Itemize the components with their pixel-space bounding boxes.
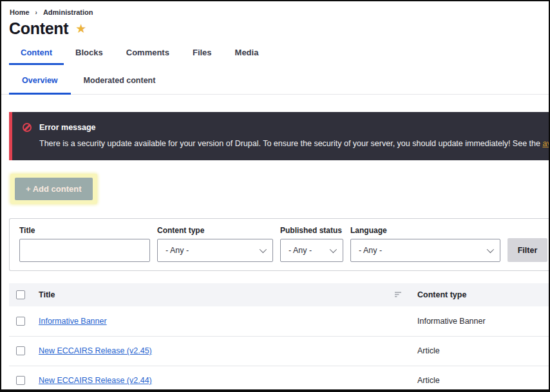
no-entry-icon (23, 123, 32, 132)
chevron-down-icon (260, 246, 267, 253)
language-select[interactable]: - Any - (350, 239, 500, 262)
published-status-filter-label: Published status (280, 226, 343, 235)
error-banner-title: Error message (39, 123, 96, 132)
content-table: Title Content type Informativ (9, 283, 549, 392)
content-type-column-header[interactable]: Content type (417, 290, 466, 299)
filter-submit-button[interactable]: Filter (507, 238, 547, 262)
content-title-link[interactable]: Informative Banner (39, 317, 107, 326)
published-status-select-value: - Any - (289, 246, 312, 255)
content-type-filter-label: Content type (157, 226, 273, 235)
published-status-select[interactable]: - Any - (280, 239, 343, 262)
row-checkbox[interactable] (16, 376, 25, 385)
chevron-down-icon (487, 246, 494, 253)
table-row: New ECCAIRS Release (v2.45) Article (9, 336, 549, 366)
content-type-select[interactable]: - Any - (157, 239, 273, 262)
filter-field-published-status: Published status - Any - (280, 226, 343, 262)
page-title-row: Content ★ (9, 19, 549, 38)
table-row: Informative Banner Informative Banner (9, 306, 549, 336)
tab-comments[interactable]: Comments (115, 48, 181, 65)
select-all-checkbox[interactable] (16, 290, 25, 299)
tab-files[interactable]: Files (181, 48, 223, 65)
subtab-moderated-content[interactable]: Moderated content (71, 76, 169, 94)
content-type-select-value: - Any - (166, 246, 189, 255)
available-updates-link[interactable]: available updates (542, 139, 549, 148)
title-filter-input[interactable] (19, 239, 150, 262)
error-banner-text: There is a security update available for… (39, 139, 542, 148)
row-checkbox[interactable] (16, 346, 25, 355)
error-banner-header: Error message (12, 123, 549, 132)
tab-media[interactable]: Media (223, 48, 270, 65)
table-row: New ECCAIRS Release (v2.44) Article (9, 366, 549, 392)
tab-blocks[interactable]: Blocks (64, 48, 115, 65)
drupal-admin-content-page: Home › Administration Content ★ Content … (0, 0, 550, 392)
breadcrumb-separator-icon: › (35, 9, 37, 16)
add-content-button[interactable]: + Add content (15, 178, 93, 200)
filter-panel: Title Content type - Any - Published sta… (9, 218, 549, 271)
content-title-link[interactable]: New ECCAIRS Release (v2.45) (39, 346, 152, 355)
tab-content[interactable]: Content (9, 48, 64, 65)
favorite-star-icon[interactable]: ★ (75, 23, 86, 35)
row-checkbox[interactable] (16, 317, 25, 326)
filter-field-language: Language - Any - (350, 226, 500, 262)
table-header-row: Title Content type (9, 283, 549, 306)
content-type-value: Article (417, 336, 549, 366)
content-type-value: Informative Banner (417, 306, 549, 336)
language-filter-label: Language (350, 226, 500, 235)
sort-icon[interactable] (395, 290, 402, 299)
chevron-down-icon (330, 246, 337, 253)
content-title-link[interactable]: New ECCAIRS Release (v2.44) (39, 376, 152, 385)
page-title: Content (9, 19, 68, 38)
title-column-header[interactable]: Title (39, 290, 55, 299)
subtab-overview[interactable]: Overview (9, 76, 71, 95)
secondary-tabs: Overview Moderated content (1, 76, 549, 95)
breadcrumb-home-link[interactable]: Home (10, 8, 30, 16)
breadcrumb: Home › Administration (10, 8, 549, 16)
title-filter-label: Title (19, 226, 150, 235)
error-message-banner: Error message There is a security update… (9, 112, 549, 160)
filter-field-content-type: Content type - Any - (157, 226, 273, 262)
add-content-highlight: + Add content (10, 174, 97, 204)
error-banner-body: There is a security update available for… (12, 139, 549, 148)
breadcrumb-administration-link[interactable]: Administration (43, 8, 93, 16)
content-type-value: Article (417, 366, 549, 392)
language-select-value: - Any - (359, 246, 382, 255)
filter-field-title: Title (19, 226, 150, 262)
primary-tabs: Content Blocks Comments Files Media (1, 48, 549, 65)
